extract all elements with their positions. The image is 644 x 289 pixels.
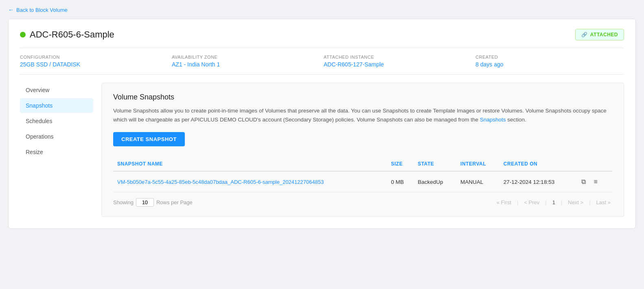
copy-icon[interactable]: ⧉ <box>579 177 588 186</box>
table-row: VM-5b050e7a-5c55-4a25-85eb-5c48da07bdaa_… <box>113 171 612 192</box>
link-icon: 🔗 <box>581 32 588 38</box>
badge-label: ATTACHED <box>590 32 618 38</box>
sidebar-nav: Overview Snapshots Schedules Operations … <box>20 83 101 217</box>
section-title: Volume Snapshots <box>113 93 612 101</box>
sidebar-item-resize[interactable]: Resize <box>20 145 93 159</box>
prev-page-link[interactable]: < Prev <box>522 199 541 206</box>
next-page-link[interactable]: Next > <box>566 199 585 206</box>
meta-instance-value: ADC-R605-127-Sample <box>324 61 472 68</box>
meta-configuration-label: CONFIGURATION <box>20 55 169 60</box>
snapshot-size-cell: 0 MB <box>387 171 414 192</box>
col-header-snapshot-name: SNAPSHOT NAME <box>113 158 387 171</box>
meta-az-label: AVAILABILITY ZONE <box>172 55 320 60</box>
create-snapshot-button[interactable]: CREATE SNAPSHOT <box>113 132 185 146</box>
snapshot-state-cell: BackedUp <box>414 171 456 192</box>
back-link-label: Back to Block Volume <box>16 7 68 13</box>
snapshots-link[interactable]: Snapshots <box>480 117 506 123</box>
volume-name: ADC-R605-6-Sample <box>30 29 114 40</box>
rows-per-page-label: Rows per Page <box>156 199 193 205</box>
current-page-num: 1 <box>551 199 557 206</box>
col-header-size: SIZE <box>387 158 414 171</box>
meta-configuration: CONFIGURATION 25GB SSD / DATADISK <box>20 55 169 68</box>
col-header-created-on: CREATED ON <box>499 158 575 171</box>
showing-label: Showing <box>113 199 134 205</box>
meta-configuration-value: 25GB SSD / DATADISK <box>20 61 169 68</box>
meta-attached-instance: ATTACHED INSTANCE ADC-R605-127-Sample <box>324 55 472 68</box>
status-dot <box>20 32 26 38</box>
pagination-row: Showing Rows per Page « First | < Prev |… <box>113 198 612 207</box>
snapshot-main-content: Volume Snapshots Volume Snapshots allow … <box>101 83 624 217</box>
pagination-nav: « First | < Prev | 1 | Next > | Last » <box>495 199 612 206</box>
col-header-interval: INTERVAL <box>456 158 499 171</box>
section-description: Volume Snapshots allow you to create poi… <box>113 106 612 124</box>
sidebar-item-overview[interactable]: Overview <box>20 83 93 97</box>
attached-badge: 🔗 ATTACHED <box>575 29 624 40</box>
meta-row: CONFIGURATION 25GB SSD / DATADISK AVAILA… <box>20 48 624 75</box>
sidebar-item-operations[interactable]: Operations <box>20 129 93 144</box>
snapshot-created-on-cell: 27-12-2024 12:18:53 <box>499 171 575 192</box>
meta-az-value: AZ1 - India North 1 <box>172 61 320 68</box>
snapshot-interval-cell: MANUAL <box>456 171 499 192</box>
meta-availability-zone: AVAILABILITY ZONE AZ1 - India North 1 <box>172 55 320 68</box>
meta-created-value: 8 days ago <box>475 61 624 68</box>
content-area: Overview Snapshots Schedules Operations … <box>20 83 624 217</box>
col-header-actions <box>575 158 612 171</box>
volume-title: ADC-R605-6-Sample <box>20 29 114 40</box>
col-header-state: STATE <box>414 158 456 171</box>
back-arrow-icon: ← <box>8 7 14 13</box>
main-card: ADC-R605-6-Sample 🔗 ATTACHED CONFIGURATI… <box>8 19 636 229</box>
first-page-link[interactable]: « First <box>495 199 513 206</box>
snapshot-name-link[interactable]: VM-5b050e7a-5c55-4a25-85eb-5c48da07bdaa_… <box>117 179 324 185</box>
back-to-block-volume-link[interactable]: ← Back to Block Volume <box>8 7 68 13</box>
rows-per-page-input[interactable] <box>136 198 154 207</box>
meta-created-label: CREATED <box>475 55 624 60</box>
sidebar-item-snapshots[interactable]: Snapshots <box>20 98 93 113</box>
last-page-link[interactable]: Last » <box>595 199 612 206</box>
snapshot-actions-cell: ⧉ ≡ <box>575 171 612 192</box>
volume-header: ADC-R605-6-Sample 🔗 ATTACHED <box>20 29 624 40</box>
meta-created: CREATED 8 days ago <box>475 55 624 68</box>
menu-icon[interactable]: ≡ <box>591 177 600 186</box>
snapshot-name-cell: VM-5b050e7a-5c55-4a25-85eb-5c48da07bdaa_… <box>113 171 387 192</box>
sidebar-item-schedules[interactable]: Schedules <box>20 114 93 128</box>
snapshots-table: SNAPSHOT NAME SIZE STATE INTERVAL CREATE… <box>113 158 612 192</box>
meta-instance-label: ATTACHED INSTANCE <box>324 55 472 60</box>
showing-text: Showing Rows per Page <box>113 198 193 207</box>
